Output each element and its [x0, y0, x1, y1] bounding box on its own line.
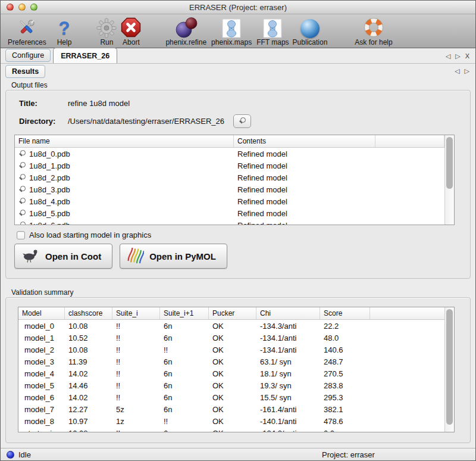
vertical-scrollbar[interactable]	[444, 135, 454, 225]
model-row[interactable]: model_712.275z6nOK-161.4/anti382.1	[18, 403, 444, 415]
column-header-score[interactable]: Score	[320, 307, 370, 319]
magnifier-icon	[18, 174, 26, 182]
model-row[interactable]: model_110.52!!6nOK-134.1/anti48.0	[18, 332, 444, 344]
browse-directory-button[interactable]	[233, 114, 251, 128]
file-row[interactable]: 1u8d_5.pdbRefined model	[15, 207, 444, 219]
file-row[interactable]: 1u8d_2.pdbRefined model	[15, 172, 444, 183]
model-row[interactable]: start_min10.08!!6nOK-134.3/anti0.0	[18, 427, 444, 432]
tab-prev-icon[interactable]: ◁	[455, 67, 459, 75]
table-cell: OK	[209, 357, 256, 366]
table-cell: 15.5/ syn	[256, 393, 320, 402]
toolbar-button-help[interactable]: ? Help	[57, 16, 72, 46]
toolbar-button-ask-for-help[interactable]: Ask for help	[355, 16, 392, 46]
table-cell: 22.2	[320, 322, 370, 331]
table-cell: model_8	[18, 417, 65, 426]
table-cell: 12.27	[65, 405, 112, 414]
table-cell: 14.02	[65, 393, 112, 402]
window-title: ERRASER (Project: erraser)	[189, 3, 287, 12]
tab-next-icon[interactable]: ▷	[465, 67, 469, 75]
project-label: Project: erraser	[322, 450, 375, 459]
magnifier-icon	[18, 222, 26, 225]
table-cell: 18.1/ syn	[256, 369, 320, 378]
tools-icon	[16, 16, 37, 38]
toolbar-label: phenix.refine	[165, 38, 206, 46]
table-cell: 10.97	[65, 417, 112, 426]
table-cell: 295.3	[320, 393, 370, 402]
table-cell: 478.6	[320, 417, 370, 426]
column-header-suite-i1[interactable]: Suite_i+1	[160, 307, 209, 319]
table-cell: !!	[112, 357, 160, 366]
checkbox[interactable]	[17, 231, 25, 239]
directory-label: Directory:	[19, 117, 55, 126]
tab-results[interactable]: Results	[5, 65, 45, 78]
toolbar-button-phenix-refine[interactable]: phenix.refine	[165, 16, 206, 46]
table-cell: 248.7	[320, 357, 370, 366]
model-row[interactable]: model_210.08!!!!OK-134.1/anti140.6	[18, 344, 444, 356]
column-header-file-name[interactable]: File name	[15, 135, 234, 147]
column-header-chi[interactable]: Chi	[256, 307, 320, 319]
column-header-contents[interactable]: Contents	[234, 135, 375, 147]
tab-close-icon[interactable]: X	[465, 52, 469, 60]
table-cell: 283.8	[320, 381, 370, 390]
model-row[interactable]: model_010.08!!6nOK-134.3/anti22.2	[18, 320, 444, 332]
scrollbar-thumb[interactable]	[446, 137, 453, 189]
minimize-window-button[interactable]	[18, 4, 26, 11]
table-cell: 1u8d_4.pdb	[15, 197, 234, 206]
table-cell: !!	[112, 334, 160, 342]
toolbar-button-abort[interactable]: Abort	[120, 16, 142, 46]
tab-erraser-26[interactable]: ERRASER_26	[53, 48, 117, 63]
file-row[interactable]: 1u8d_0.pdbRefined model	[15, 148, 444, 160]
model-row[interactable]: model_810.971z!!OK-140.1/anti478.6	[18, 415, 444, 427]
model-row[interactable]: model_311.39!!6nOK63.1/ syn248.7	[18, 356, 444, 367]
vertical-scrollbar[interactable]	[444, 307, 454, 432]
toolbar-label: Publication	[293, 38, 328, 46]
file-row[interactable]: 1u8d_3.pdbRefined model	[15, 183, 444, 195]
table-cell: Refined model	[234, 221, 375, 225]
tab-configure[interactable]: Configure	[5, 49, 51, 62]
validation-summary-section-label: Validation summary	[11, 288, 73, 297]
scrollbar-thumb[interactable]	[446, 309, 453, 425]
validation-summary-groupbox: Model clashscore Suite_i Suite_i+1 Pucke…	[5, 297, 471, 443]
density-map-icon	[263, 16, 282, 38]
column-header-model[interactable]: Model	[18, 307, 65, 319]
table-cell: Refined model	[234, 149, 375, 158]
table-cell: 1z	[112, 417, 160, 426]
tab-nav: ◁ ▷ X	[446, 52, 469, 60]
column-header-suite-i[interactable]: Suite_i	[112, 307, 160, 319]
table-cell: OK	[209, 429, 256, 432]
validation-table-header: Model clashscore Suite_i Suite_i+1 Pucke…	[18, 307, 444, 320]
table-cell: OK	[209, 322, 256, 331]
column-header-empty[interactable]	[375, 135, 444, 147]
lifebuoy-icon	[363, 16, 384, 38]
tab-next-icon[interactable]: ▷	[455, 52, 460, 60]
toolbar-button-preferences[interactable]: Preferences	[8, 16, 46, 46]
open-in-pymol-button[interactable]: Open in PyMOL	[120, 244, 227, 269]
close-window-button[interactable]	[7, 4, 14, 11]
zoom-window-button[interactable]	[30, 4, 37, 11]
table-cell: 14.46	[65, 381, 112, 390]
window-controls	[7, 4, 37, 11]
toolbar-label: Ask for help	[355, 38, 392, 46]
model-row[interactable]: model_414.02!!6nOK18.1/ syn270.5	[18, 367, 444, 379]
tab-label: ERRASER_26	[61, 52, 109, 60]
table-cell: 10.08	[65, 322, 112, 331]
column-header-clashscore[interactable]: clashscore	[65, 307, 112, 319]
file-row[interactable]: 1u8d_1.pdbRefined model	[15, 160, 444, 172]
toolbar-button-publication[interactable]: Publication	[293, 16, 328, 46]
table-cell: OK	[209, 369, 256, 378]
toolbar-button-phenix-maps[interactable]: phenix.maps	[211, 16, 252, 46]
magnifier-icon	[18, 198, 26, 205]
tab-prev-icon[interactable]: ◁	[446, 52, 450, 60]
toolbar-button-run[interactable]: Run	[96, 16, 117, 46]
file-row[interactable]: 1u8d_6.pdbRefined model	[15, 219, 444, 225]
open-in-coot-button[interactable]: Open in Coot	[14, 244, 112, 269]
help-icon: ?	[59, 16, 70, 38]
file-row[interactable]: 1u8d_4.pdbRefined model	[15, 195, 444, 207]
table-cell: OK	[209, 381, 256, 390]
model-row[interactable]: model_614.02!!6nOK15.5/ syn295.3	[18, 391, 444, 403]
toolbar-button-fft-maps[interactable]: FFT maps	[256, 16, 289, 46]
results-panel: Output files Title: refine 1u8d model Di…	[1, 79, 475, 448]
model-row[interactable]: model_514.46!!6nOK19.3/ syn283.8	[18, 379, 444, 391]
output-files-table: File name Contents 1u8d_0.pdbRefined mod…	[14, 135, 455, 225]
column-header-pucker[interactable]: Pucker	[209, 307, 256, 319]
